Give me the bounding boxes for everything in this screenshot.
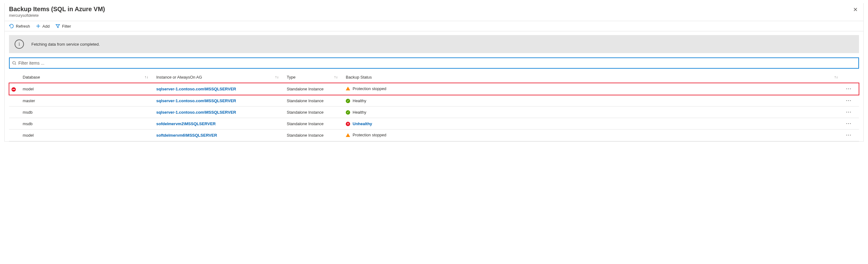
row-menu-button[interactable]: ··· (846, 97, 851, 103)
funnel-icon (55, 24, 60, 29)
table-row: modelsqlserver-1.contoso.com\MSSQLSERVER… (9, 83, 859, 95)
blade-header: Backup Items (SQL in Azure VM) mercuryso… (5, 3, 863, 21)
table-row: msdbsqlserver-1.contoso.com\MSSQLSERVERS… (9, 106, 859, 118)
info-message: Fetching data from service completed. (31, 42, 100, 46)
info-bar: i Fetching data from service completed. (9, 35, 859, 53)
column-header-status[interactable]: Backup Status ↑↓ (343, 72, 843, 83)
database-name: msdb (23, 110, 33, 114)
column-header-database[interactable]: Database ↑↓ (20, 72, 154, 83)
refresh-button[interactable]: Refresh (9, 24, 30, 29)
type-value: Standalone Instance (287, 98, 324, 103)
plus-icon (36, 24, 41, 29)
type-value: Standalone Instance (287, 87, 324, 91)
column-header-type[interactable]: Type ↑↓ (284, 72, 343, 83)
delete-mark-icon (11, 87, 16, 92)
instance-link[interactable]: sqlserver-1.contoso.com\MSSQLSERVER (156, 98, 236, 103)
instance-link[interactable]: sqlserver-1.contoso.com\MSSQLSERVER (156, 87, 236, 91)
sort-icon[interactable]: ↑↓ (334, 75, 338, 79)
info-icon: i (14, 39, 24, 49)
table-row: msdbsofdelmervm2\MSSQLSERVERStandalone I… (9, 118, 859, 130)
svg-point-0 (13, 62, 16, 64)
page-title: Backup Items (SQL in Azure VM) (9, 6, 105, 13)
instance-link[interactable]: sqlserver-1.contoso.com\MSSQLSERVER (156, 110, 236, 114)
sort-icon[interactable]: ↑↓ (145, 75, 148, 79)
close-icon[interactable]: ✕ (852, 6, 859, 14)
refresh-icon (9, 24, 14, 29)
database-name: master (23, 98, 35, 103)
filter-button[interactable]: Filter (55, 24, 71, 29)
check-icon: ✓ (346, 99, 350, 103)
filter-items-row[interactable] (9, 58, 859, 69)
search-icon (12, 61, 17, 65)
page-subtitle: mercurysoftdelete (9, 13, 105, 18)
filter-label: Filter (62, 24, 71, 29)
sort-icon[interactable]: ↑↓ (834, 75, 838, 79)
toolbar: Refresh Add Filter (5, 21, 863, 31)
database-name: msdb (23, 122, 33, 126)
database-name: model (23, 133, 34, 138)
type-value: Standalone Instance (287, 122, 324, 126)
sort-icon[interactable]: ↑↓ (275, 75, 279, 79)
type-value: Standalone Instance (287, 110, 324, 114)
instance-link[interactable]: softdelmervm6\MSSQLSERVER (156, 133, 217, 138)
row-menu-button[interactable]: ··· (846, 132, 851, 138)
add-button[interactable]: Add (36, 24, 50, 29)
table-row: modelsoftdelmervm6\MSSQLSERVERStandalone… (9, 130, 859, 141)
refresh-label: Refresh (16, 24, 30, 29)
add-label: Add (42, 24, 50, 29)
database-name: model (23, 87, 34, 91)
status-value[interactable]: Unhealthy (352, 122, 372, 126)
x-icon: ✕ (346, 122, 350, 126)
row-menu-button[interactable]: ··· (846, 109, 851, 115)
row-menu-button[interactable]: ··· (846, 86, 851, 92)
check-icon: ✓ (346, 110, 350, 114)
column-header-instance[interactable]: Instance or AlwaysOn AG ↑↓ (154, 72, 284, 83)
instance-link[interactable]: sofdelmervm2\MSSQLSERVER (156, 122, 216, 126)
status-value: Healthy (352, 98, 366, 103)
warning-icon (346, 133, 350, 137)
row-menu-button[interactable]: ··· (846, 120, 851, 126)
table-row: mastersqlserver-1.contoso.com\MSSQLSERVE… (9, 95, 859, 106)
warning-icon (346, 87, 350, 90)
filter-items-input[interactable] (17, 59, 856, 67)
type-value: Standalone Instance (287, 133, 324, 138)
status-value: Protection stopped (352, 133, 386, 137)
status-value: Healthy (352, 110, 366, 114)
backup-items-table: Database ↑↓ Instance or AlwaysOn AG ↑↓ T… (9, 72, 859, 141)
status-value: Protection stopped (352, 86, 386, 91)
